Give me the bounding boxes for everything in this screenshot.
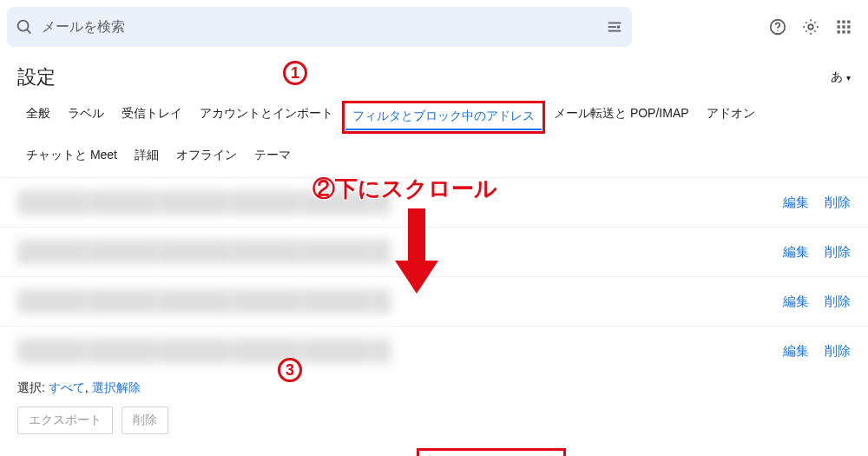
export-button[interactable]: エクスポート [17,406,113,434]
annotation-box-1: フィルタとブロック中のアドレス [342,101,545,134]
edit-link[interactable]: 編集 [783,195,809,211]
gear-icon[interactable] [800,17,821,37]
svg-point-5 [617,25,621,29]
tab-chat[interactable]: チャットと Meet [17,142,126,169]
chevron-down-icon: ▾ [846,73,851,83]
annotation-step-2-text: ②下にスクロール [312,174,497,204]
tab-filters[interactable]: フィルタとブロック中のアドレス [345,104,542,130]
apps-icon[interactable] [833,17,854,37]
svg-rect-13 [842,25,845,28]
svg-rect-9 [838,21,840,23]
tab-general[interactable]: 全般 [17,101,59,134]
tab-accounts[interactable]: アカウントとインポート [191,101,342,134]
page-title: 設定 [17,64,56,90]
svg-point-7 [777,30,778,31]
filter-row: 編集 削除 [0,326,868,375]
svg-rect-10 [842,21,845,23]
tab-labels[interactable]: ラベル [59,101,113,134]
search-icon [14,17,35,37]
edit-link[interactable]: 編集 [783,294,809,310]
tab-themes[interactable]: テーマ [246,142,299,169]
search-box[interactable] [7,7,632,47]
button-row: エクスポート 削除 [0,401,868,439]
search-options-icon[interactable] [604,17,625,37]
svg-rect-14 [847,25,850,28]
svg-rect-16 [842,30,845,33]
input-tools-switch[interactable]: あ ▾ [831,69,851,85]
select-none-link[interactable]: 選択解除 [92,380,141,394]
tab-addons[interactable]: アドオン [698,101,764,134]
filter-definition-redacted [17,339,391,363]
tab-advanced[interactable]: 詳細 [126,142,168,169]
settings-tabs: 全般 ラベル 受信トレイ アカウントとインポート フィルタとブロック中のアドレス… [0,101,868,169]
tab-offline[interactable]: オフライン [168,142,246,169]
svg-rect-12 [838,25,840,28]
svg-rect-15 [838,30,840,33]
select-label: 選択: [17,380,45,394]
annotation-step-3-badge: 3 [278,358,302,382]
svg-point-0 [18,21,29,31]
select-row: 選択: すべて, 選択解除 [0,375,868,401]
select-all-link[interactable]: すべて [49,380,85,394]
tab-inbox[interactable]: 受信トレイ [113,101,191,134]
annotation-step-1-badge: 1 [283,61,307,85]
delete-link[interactable]: 削除 [825,195,851,211]
delete-link[interactable]: 削除 [825,294,851,310]
svg-line-1 [27,30,30,33]
topbar [0,0,868,54]
svg-rect-11 [847,21,850,23]
title-row: 設定 あ ▾ [0,54,868,96]
filter-definition-redacted [17,289,391,314]
annotation-down-arrow-icon [395,208,438,295]
edit-link[interactable]: 編集 [783,343,809,360]
tab-forwarding[interactable]: メール転送と POP/IMAP [545,101,698,134]
create-row: 新しいフィルタを作成 フィルタをインポート [0,439,868,456]
help-icon[interactable] [767,17,788,37]
filter-definition-redacted [17,240,391,264]
delete-link[interactable]: 削除 [825,343,851,360]
svg-point-8 [808,24,813,30]
edit-link[interactable]: 編集 [783,244,809,261]
delete-button[interactable]: 削除 [122,406,168,434]
annotation-box-3: 新しいフィルタを作成 [417,448,566,456]
svg-rect-17 [847,30,850,33]
input-tools-label: あ [831,69,843,85]
search-input[interactable] [35,19,604,35]
delete-link[interactable]: 削除 [825,244,851,261]
